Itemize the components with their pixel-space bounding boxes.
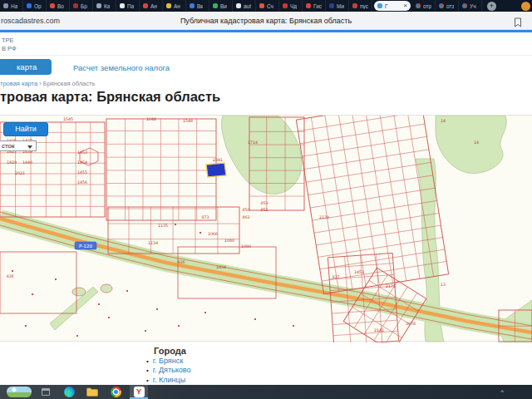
svg-text:1080: 1080 (224, 239, 234, 243)
site-logo[interactable]: ТРЕ В РФ (2, 37, 17, 53)
svg-text:2021: 2021 (15, 171, 25, 175)
tab-close-icon[interactable]: × (403, 2, 407, 9)
tab-label: Сч (267, 3, 273, 9)
tab-Ан[interactable]: Ан (163, 0, 186, 12)
tab-Во[interactable]: Во (47, 0, 70, 12)
breadcrumb-parent[interactable]: тровая карта (0, 80, 37, 87)
tab-favicon (259, 3, 264, 8)
taskbar-edge[interactable] (60, 385, 78, 399)
tab-favicon (166, 3, 171, 8)
cities-list: г. Брянскг. Дятьковог. Клинцыг. Новозыбк… (146, 357, 201, 385)
cadastral-map[interactable]: Р-12015451048154817142341142514271427143… (0, 115, 532, 342)
tab-strip: НаОрВоБрКаПаАнАнВкВиautСчЧдГисМипусГ×отр… (0, 0, 482, 12)
page-heading: тровая карта: Брянская область (0, 89, 220, 105)
tab-Уч[interactable]: Уч (459, 0, 482, 12)
svg-text:1456: 1456 (77, 180, 87, 185)
tab-label: Ор (34, 3, 42, 9)
tab-Гис[interactable]: Гис (303, 0, 326, 12)
tab-label: отз (446, 3, 454, 9)
yandex-browser-icon: Y (134, 387, 145, 397)
logo-line1: ТРЕ (2, 37, 17, 45)
search-type-select[interactable]: сток (0, 140, 37, 151)
svg-text:2175: 2175 (386, 284, 396, 288)
svg-text:1135: 1135 (158, 224, 168, 228)
tray-chevron-icon[interactable]: ^ (500, 388, 504, 396)
svg-text:938: 938 (6, 274, 13, 278)
tab-aut[interactable]: aut (233, 0, 256, 12)
svg-text:873: 873 (201, 215, 209, 219)
find-button[interactable]: Найти (3, 122, 48, 136)
tab-label: aut (244, 3, 251, 9)
map-canvas[interactable]: Р-12015451048154817142341142514271427143… (0, 116, 532, 342)
tab-label: отр (423, 3, 431, 9)
cities-heading: Города (154, 346, 186, 356)
tab-label: Ан (174, 3, 180, 9)
tab-отр[interactable]: отр (412, 0, 436, 12)
svg-text:1548: 1548 (183, 119, 193, 123)
svg-text:937: 937 (332, 275, 339, 279)
svg-text:1048: 1048 (146, 117, 156, 121)
profile-avatar[interactable] (521, 2, 530, 11)
tab-favicon (3, 3, 8, 8)
tab-label: На (11, 3, 17, 9)
svg-text:2139: 2139 (319, 215, 329, 219)
svg-text:1066: 1066 (208, 232, 218, 236)
browser-tab-bar: НаОрВоБрКаПаАнАнВкВиautСчЧдГисМипусГ×отр… (0, 0, 532, 12)
screen: НаОрВоБрКаПаАнАнВкВиautСчЧдГисМипусГ×отр… (0, 0, 532, 399)
svg-text:936: 936 (177, 260, 185, 264)
tab-favicon (236, 3, 241, 8)
svg-text:1440: 1440 (22, 160, 32, 165)
tab-favicon (352, 3, 357, 8)
taskbar-chrome[interactable] (106, 385, 125, 399)
tab-favicon (306, 3, 311, 8)
tab-Ка[interactable]: Ка (93, 0, 116, 12)
tab-favicon (416, 3, 421, 8)
tab-отз[interactable]: отз (436, 0, 459, 12)
tab-label: Ви (220, 3, 227, 9)
tab-пус[interactable]: пус (349, 0, 372, 12)
new-tab-button[interactable]: + (487, 2, 496, 11)
site-nav: карта Расчет земельного налога (0, 55, 532, 76)
svg-text:1134: 1134 (148, 241, 158, 245)
svg-text:1455: 1455 (77, 170, 87, 175)
tab-favicon (462, 3, 467, 8)
tab-favicon (96, 3, 101, 8)
tab-Сч[interactable]: Сч (256, 0, 279, 12)
city-link[interactable]: г. Дятьково (146, 366, 201, 375)
tab-Ми[interactable]: Ми (326, 0, 349, 12)
tab-Ви[interactable]: Ви (209, 0, 233, 12)
tab-favicon (439, 3, 444, 8)
svg-text:863: 863 (242, 215, 249, 219)
app-window-icon (42, 388, 50, 396)
tab-Вк[interactable]: Вк (186, 0, 209, 12)
bookmark-icon[interactable] (514, 16, 522, 31)
svg-text:13: 13 (441, 283, 446, 287)
nav-map-tab[interactable]: карта (0, 59, 52, 75)
tab-favicon (27, 3, 32, 8)
tab-Бр[interactable]: Бр (70, 0, 93, 12)
svg-text:850: 850 (242, 208, 249, 212)
start-button[interactable] (7, 387, 32, 397)
svg-text:Р-120: Р-120 (79, 244, 92, 249)
tab-label: Гис (313, 3, 322, 9)
tab-На[interactable]: На (0, 0, 23, 12)
svg-text:2141: 2141 (374, 328, 384, 332)
tab-Г[interactable]: Г× (374, 1, 411, 11)
taskbar-yandex-active[interactable]: Y (130, 385, 148, 399)
city-link[interactable]: г. Брянск (146, 357, 201, 366)
chevron-down-icon (27, 145, 32, 149)
tab-favicon (377, 3, 382, 8)
tab-label: Чд (290, 3, 297, 9)
svg-text:2341: 2341 (213, 158, 223, 162)
taskbar-app-window[interactable] (37, 385, 55, 399)
tab-Па[interactable]: Па (116, 0, 140, 12)
tab-label: пус (360, 3, 368, 9)
tab-Ор[interactable]: Ор (23, 0, 47, 12)
tab-Ан[interactable]: Ан (140, 0, 163, 12)
taskbar-explorer[interactable] (83, 385, 101, 399)
city-link[interactable]: г. Клинцы (146, 376, 201, 385)
svg-text:1451: 1451 (354, 270, 364, 274)
nav-tax-link[interactable]: Расчет земельного налога (73, 63, 170, 72)
tab-favicon (190, 3, 195, 8)
tab-Чд[interactable]: Чд (279, 0, 303, 12)
